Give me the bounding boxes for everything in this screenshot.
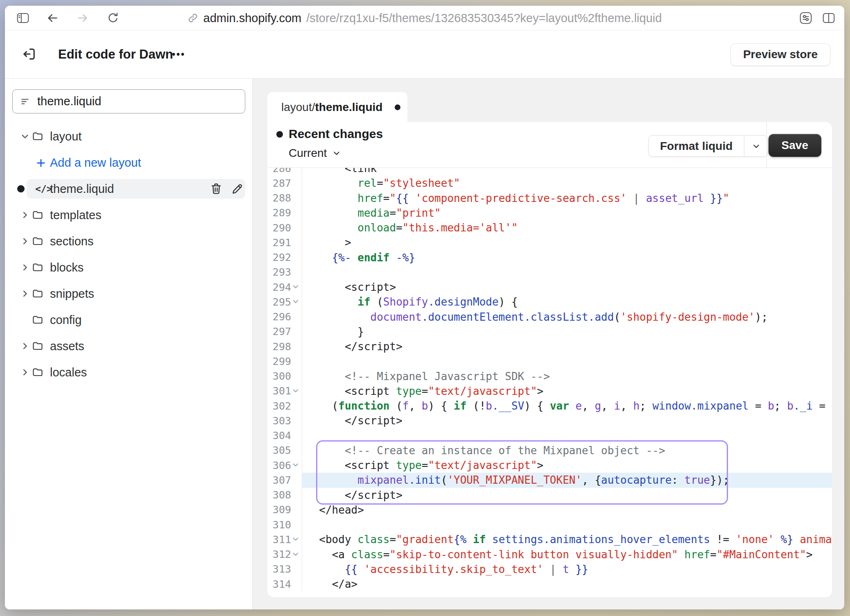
line-number: 300 (273, 370, 291, 382)
url-path: /store/rzq1xu-f5/themes/132683530345?key… (306, 11, 662, 25)
folder-icon (32, 341, 43, 351)
chevron-right-icon[interactable] (20, 289, 29, 298)
fold-chevron-icon[interactable] (292, 461, 300, 469)
code-line-content[interactable] (302, 428, 832, 443)
code-line-content[interactable]: </head> (302, 503, 832, 517)
fold-chevron-icon[interactable] (292, 298, 300, 306)
folder-icon (32, 315, 43, 325)
gutter: 292 (267, 250, 302, 265)
chevron-right-icon[interactable] (20, 211, 29, 220)
sidebar-item-label: assets (50, 340, 84, 353)
code-line-content[interactable]: mixpanel.init('YOUR_MIXPANEL_TOKEN', {au… (302, 473, 832, 487)
chevron-down-icon[interactable] (20, 132, 29, 141)
sidebar-item-label: locales (50, 366, 87, 379)
code-line-content[interactable]: if (Shopify.designMode) { (302, 294, 832, 309)
code-line-content[interactable]: </script> (302, 488, 832, 503)
chevron-right-icon[interactable] (20, 263, 29, 272)
code-line-291: 291 > (267, 235, 832, 250)
version-dropdown-value: Current (289, 147, 327, 160)
gutter: 309 (267, 503, 302, 517)
code-line-content[interactable]: <link (302, 168, 832, 176)
version-dropdown[interactable]: Current (289, 147, 341, 160)
fold-chevron-icon[interactable] (292, 535, 300, 544)
preview-store-button[interactable]: Preview store (730, 43, 830, 66)
sidebar-item-locales[interactable]: locales (5, 362, 252, 382)
line-number: 286 (273, 168, 291, 174)
code-line-content[interactable]: </script> (302, 413, 832, 428)
forward-icon[interactable] (75, 11, 90, 25)
code-line-content[interactable] (302, 265, 832, 280)
sidebar-item-blocks[interactable]: blocks (5, 258, 252, 277)
code-line-content[interactable] (302, 354, 832, 369)
sidebar-item-snippets[interactable]: snippets (5, 284, 252, 303)
code-line-content[interactable]: document.documentElement.classList.add('… (302, 310, 832, 324)
code-line-content[interactable]: <script type="text/javascript"> (302, 384, 832, 399)
sidebar-item-add-a-new-layout[interactable]: Add a new layout (5, 153, 252, 172)
trash-icon[interactable] (210, 182, 223, 195)
code-editor[interactable]: 286 <link287 rel="stylesheet"288 href="{… (267, 168, 832, 597)
chevron-right-icon[interactable] (20, 342, 29, 351)
code-line-content[interactable]: media="print" (302, 206, 832, 220)
code-line-content[interactable]: {%- endif -%} (302, 250, 832, 265)
line-number: 304 (273, 430, 291, 442)
code-line-content[interactable]: <!-- Create an instance of the Mixpanel … (302, 443, 832, 458)
browser-sidebar-toggle-icon[interactable] (16, 11, 30, 25)
pencil-icon[interactable] (231, 182, 244, 195)
code-line-content[interactable]: {{ 'accessibility.skip_to_text' | t }} (302, 562, 832, 577)
code-line-287: 287 rel="stylesheet" (267, 176, 832, 190)
chevron-right-icon[interactable] (20, 237, 29, 246)
format-liquid-button[interactable]: Format liquid (649, 136, 744, 156)
more-actions-menu[interactable]: ••• (172, 49, 185, 60)
code-line-content[interactable]: href="{{ 'component-predictive-search.cs… (302, 191, 832, 206)
sidebar-item-sections[interactable]: sections (5, 231, 252, 251)
exit-editor-icon[interactable] (21, 46, 38, 63)
plus-icon (35, 157, 47, 168)
code-line-310: 310 (267, 517, 832, 532)
gutter: 295 (267, 294, 302, 309)
code-line-303: 303 </script> (267, 413, 832, 428)
fold-chevron-icon[interactable] (292, 550, 300, 559)
sidebar-item-layout[interactable]: layout (5, 127, 252, 146)
sidebar-item-assets[interactable]: assets (5, 336, 252, 356)
code-line-content[interactable]: <script> (302, 280, 832, 294)
code-line-content[interactable]: <a class="skip-to-content-link button vi… (302, 547, 832, 562)
split-view-icon[interactable] (821, 11, 836, 25)
chevron-right-icon[interactable] (20, 368, 29, 377)
code-line-content[interactable]: <!-- Mixpanel Javascript SDK --> (302, 369, 832, 384)
fold-chevron-icon[interactable] (292, 283, 300, 291)
file-sidebar: theme.liquid layoutAdd a new layout</>th… (5, 79, 253, 609)
code-line-content[interactable]: onload="this.media='all'" (302, 220, 832, 235)
code-line-content[interactable]: (function (f, b) { if (!b.__SV) { var e,… (302, 399, 832, 413)
tab-file-name: theme.liquid (315, 101, 383, 114)
chevron-down-icon (332, 149, 341, 157)
sidebar-item-label: theme.liquid (50, 182, 114, 196)
file-search-input[interactable]: theme.liquid (12, 89, 245, 113)
page-title: Edit code for Dawn (58, 47, 173, 62)
sidebar-item-templates[interactable]: templates (5, 205, 252, 225)
gutter: 286 (267, 168, 302, 176)
line-number: 296 (273, 311, 291, 323)
sidebar-item-theme.liquid[interactable]: </>theme.liquid (5, 179, 252, 199)
folder-icon (32, 262, 43, 273)
url-bar[interactable]: admin.shopify.com/store/rzq1xu-f5/themes… (188, 11, 662, 25)
code-line-content[interactable]: </a> (302, 577, 832, 591)
format-liquid-caret-button[interactable] (744, 136, 768, 156)
code-line-content[interactable]: </script> (302, 339, 832, 354)
sidebar-item-config[interactable]: config (5, 310, 252, 330)
save-button[interactable]: Save (769, 134, 821, 157)
line-number: 309 (273, 504, 291, 516)
code-line-294: 294 <script> (267, 280, 832, 294)
line-number: 289 (273, 207, 291, 219)
code-line-content[interactable]: rel="stylesheet" (302, 176, 832, 190)
tab-layout-theme-liquid[interactable]: layout/theme.liquid (267, 92, 407, 122)
fold-chevron-icon[interactable] (292, 387, 300, 395)
page-settings-icon[interactable] (798, 11, 813, 25)
code-line-content[interactable]: > (302, 235, 832, 250)
code-line-content[interactable]: <body class="gradient{% if settings.anim… (302, 532, 832, 547)
code-line-content[interactable] (302, 517, 832, 532)
line-number: 298 (273, 341, 291, 353)
code-line-content[interactable]: } (302, 324, 832, 339)
reload-icon[interactable] (106, 11, 120, 25)
back-icon[interactable] (45, 11, 60, 25)
code-line-content[interactable]: <script type="text/javascript"> (302, 458, 832, 473)
